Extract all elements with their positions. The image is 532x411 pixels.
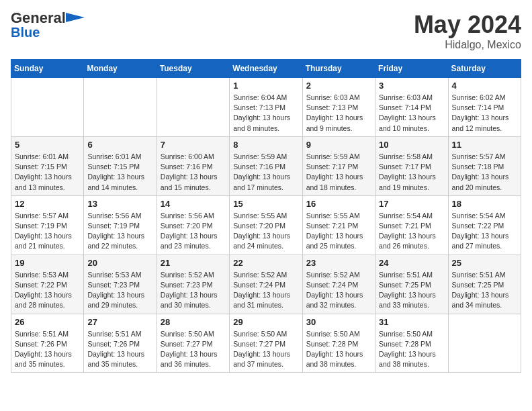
calendar-cell: 29Sunrise: 5:50 AM Sunset: 7:27 PM Dayli…: [230, 314, 302, 373]
day-info: Sunrise: 5:56 AM Sunset: 7:20 PM Dayligh…: [161, 211, 226, 252]
calendar-cell: 7Sunrise: 6:00 AM Sunset: 7:16 PM Daylig…: [157, 136, 229, 195]
day-info: Sunrise: 5:51 AM Sunset: 7:25 PM Dayligh…: [452, 270, 517, 311]
calendar-header-sunday: Sunday: [11, 60, 84, 78]
day-number: 24: [379, 258, 444, 268]
day-number: 5: [15, 140, 80, 150]
day-info: Sunrise: 5:57 AM Sunset: 7:19 PM Dayligh…: [15, 211, 80, 252]
calendar-header-friday: Friday: [375, 60, 448, 78]
calendar-cell: 19Sunrise: 5:53 AM Sunset: 7:22 PM Dayli…: [11, 255, 84, 314]
day-info: Sunrise: 5:54 AM Sunset: 7:21 PM Dayligh…: [379, 211, 444, 252]
calendar-cell: 5Sunrise: 6:01 AM Sunset: 7:15 PM Daylig…: [11, 136, 84, 195]
day-info: Sunrise: 6:03 AM Sunset: 7:14 PM Dayligh…: [379, 93, 444, 134]
day-info: Sunrise: 5:57 AM Sunset: 7:18 PM Dayligh…: [452, 152, 517, 193]
day-info: Sunrise: 5:59 AM Sunset: 7:16 PM Dayligh…: [233, 152, 298, 193]
calendar-cell: 28Sunrise: 5:50 AM Sunset: 7:27 PM Dayli…: [157, 314, 229, 373]
page-header: General Blue May 2024 Hidalgo, Mexico: [11, 11, 521, 51]
day-info: Sunrise: 5:50 AM Sunset: 7:27 PM Dayligh…: [161, 329, 226, 370]
logo-icon: [66, 13, 85, 22]
calendar-cell: 6Sunrise: 6:01 AM Sunset: 7:15 PM Daylig…: [84, 136, 157, 195]
calendar-cell: 16Sunrise: 5:55 AM Sunset: 7:21 PM Dayli…: [302, 195, 375, 255]
calendar-cell: 1Sunrise: 6:04 AM Sunset: 7:13 PM Daylig…: [230, 78, 302, 137]
day-number: 6: [87, 140, 152, 150]
day-number: 28: [161, 317, 226, 327]
calendar-cell: 4Sunrise: 6:02 AM Sunset: 7:14 PM Daylig…: [448, 78, 521, 137]
logo-blue-text: Blue: [11, 26, 40, 39]
day-info: Sunrise: 5:51 AM Sunset: 7:26 PM Dayligh…: [15, 329, 80, 370]
day-info: Sunrise: 5:52 AM Sunset: 7:24 PM Dayligh…: [233, 270, 298, 311]
day-number: 7: [161, 140, 226, 150]
day-number: 14: [161, 199, 226, 209]
day-info: Sunrise: 6:03 AM Sunset: 7:13 PM Dayligh…: [306, 93, 371, 134]
day-info: Sunrise: 5:51 AM Sunset: 7:25 PM Dayligh…: [379, 270, 444, 311]
calendar-header-row: SundayMondayTuesdayWednesdayThursdayFrid…: [11, 60, 521, 78]
calendar-cell: 18Sunrise: 5:54 AM Sunset: 7:22 PM Dayli…: [448, 195, 521, 255]
calendar-header-thursday: Thursday: [302, 60, 375, 78]
day-info: Sunrise: 5:51 AM Sunset: 7:26 PM Dayligh…: [87, 329, 152, 370]
day-info: Sunrise: 5:50 AM Sunset: 7:27 PM Dayligh…: [233, 329, 298, 370]
day-number: 27: [87, 317, 152, 327]
calendar-header-monday: Monday: [84, 60, 157, 78]
day-info: Sunrise: 5:56 AM Sunset: 7:19 PM Dayligh…: [87, 211, 152, 252]
calendar-cell: 24Sunrise: 5:51 AM Sunset: 7:25 PM Dayli…: [375, 255, 448, 314]
calendar-week-3: 12Sunrise: 5:57 AM Sunset: 7:19 PM Dayli…: [11, 195, 521, 255]
calendar-table: SundayMondayTuesdayWednesdayThursdayFrid…: [11, 59, 521, 373]
day-number: 4: [452, 81, 517, 91]
day-number: 30: [306, 317, 371, 327]
day-number: 20: [87, 258, 152, 268]
calendar-week-4: 19Sunrise: 5:53 AM Sunset: 7:22 PM Dayli…: [11, 255, 521, 314]
calendar-cell: 14Sunrise: 5:56 AM Sunset: 7:20 PM Dayli…: [157, 195, 229, 255]
day-number: 15: [233, 199, 298, 209]
calendar-cell: 21Sunrise: 5:52 AM Sunset: 7:23 PM Dayli…: [157, 255, 229, 314]
day-info: Sunrise: 5:58 AM Sunset: 7:17 PM Dayligh…: [379, 152, 444, 193]
day-number: 17: [379, 199, 444, 209]
title-block: May 2024 Hidalgo, Mexico: [414, 11, 521, 51]
day-info: Sunrise: 5:52 AM Sunset: 7:24 PM Dayligh…: [306, 270, 371, 311]
day-info: Sunrise: 6:01 AM Sunset: 7:15 PM Dayligh…: [87, 152, 152, 193]
day-number: 21: [161, 258, 226, 268]
day-number: 22: [233, 258, 298, 268]
calendar-cell: 12Sunrise: 5:57 AM Sunset: 7:19 PM Dayli…: [11, 195, 84, 255]
day-info: Sunrise: 5:53 AM Sunset: 7:22 PM Dayligh…: [15, 270, 80, 311]
day-number: 2: [306, 81, 371, 91]
day-number: 25: [452, 258, 517, 268]
day-number: 3: [379, 81, 444, 91]
day-info: Sunrise: 5:59 AM Sunset: 7:17 PM Dayligh…: [306, 152, 371, 193]
day-number: 16: [306, 199, 371, 209]
calendar-week-1: 1Sunrise: 6:04 AM Sunset: 7:13 PM Daylig…: [11, 78, 521, 137]
day-number: 23: [306, 258, 371, 268]
calendar-cell: 8Sunrise: 5:59 AM Sunset: 7:16 PM Daylig…: [230, 136, 302, 195]
calendar-cell: 13Sunrise: 5:56 AM Sunset: 7:19 PM Dayli…: [84, 195, 157, 255]
calendar-cell: 9Sunrise: 5:59 AM Sunset: 7:17 PM Daylig…: [302, 136, 375, 195]
main-title: May 2024: [414, 11, 521, 39]
day-number: 11: [452, 140, 517, 150]
day-info: Sunrise: 6:02 AM Sunset: 7:14 PM Dayligh…: [452, 93, 517, 134]
day-info: Sunrise: 5:55 AM Sunset: 7:20 PM Dayligh…: [233, 211, 298, 252]
day-info: Sunrise: 5:52 AM Sunset: 7:23 PM Dayligh…: [161, 270, 226, 311]
day-number: 18: [452, 199, 517, 209]
day-info: Sunrise: 5:50 AM Sunset: 7:28 PM Dayligh…: [379, 329, 444, 370]
day-number: 12: [15, 199, 80, 209]
calendar-cell: 3Sunrise: 6:03 AM Sunset: 7:14 PM Daylig…: [375, 78, 448, 137]
calendar-cell: 31Sunrise: 5:50 AM Sunset: 7:28 PM Dayli…: [375, 314, 448, 373]
calendar-cell: 23Sunrise: 5:52 AM Sunset: 7:24 PM Dayli…: [302, 255, 375, 314]
day-number: 10: [379, 140, 444, 150]
day-info: Sunrise: 6:01 AM Sunset: 7:15 PM Dayligh…: [15, 152, 80, 193]
day-number: 31: [379, 317, 444, 327]
calendar-cell: 25Sunrise: 5:51 AM Sunset: 7:25 PM Dayli…: [448, 255, 521, 314]
calendar-cell: 26Sunrise: 5:51 AM Sunset: 7:26 PM Dayli…: [11, 314, 84, 373]
day-info: Sunrise: 6:00 AM Sunset: 7:16 PM Dayligh…: [161, 152, 226, 193]
day-info: Sunrise: 5:55 AM Sunset: 7:21 PM Dayligh…: [306, 211, 371, 252]
calendar-header-tuesday: Tuesday: [157, 60, 229, 78]
calendar-cell: 27Sunrise: 5:51 AM Sunset: 7:26 PM Dayli…: [84, 314, 157, 373]
svg-marker-0: [66, 13, 85, 22]
calendar-cell: 17Sunrise: 5:54 AM Sunset: 7:21 PM Dayli…: [375, 195, 448, 255]
day-info: Sunrise: 5:53 AM Sunset: 7:23 PM Dayligh…: [87, 270, 152, 311]
day-info: Sunrise: 6:04 AM Sunset: 7:13 PM Dayligh…: [233, 93, 298, 134]
calendar-cell: [84, 78, 157, 137]
calendar-cell: [157, 78, 229, 137]
calendar-cell: 2Sunrise: 6:03 AM Sunset: 7:13 PM Daylig…: [302, 78, 375, 137]
calendar-cell: [11, 78, 84, 137]
logo: General Blue: [11, 11, 85, 39]
sub-title: Hidalgo, Mexico: [414, 39, 521, 51]
day-number: 29: [233, 317, 298, 327]
